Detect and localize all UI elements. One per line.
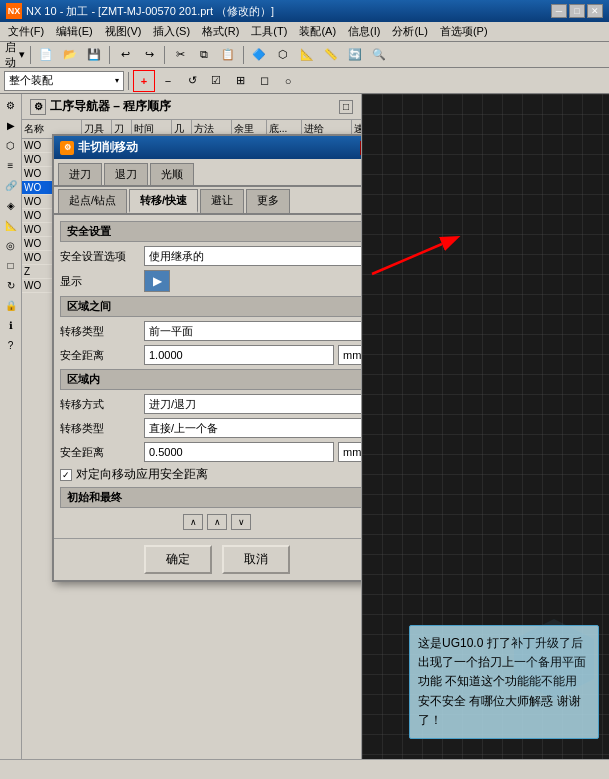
menu-preferences[interactable]: 首选项(P)	[434, 23, 494, 40]
ok-button[interactable]: 确定	[144, 545, 212, 574]
tb-minus[interactable]: −	[157, 70, 179, 92]
tb-plus[interactable]: +	[133, 70, 155, 92]
sidebar-icon-display[interactable]: □	[2, 256, 20, 274]
within-safe-dist-input[interactable]: 0.5000	[144, 442, 334, 462]
menu-insert[interactable]: 插入(S)	[147, 23, 196, 40]
sidebar-icon-layers[interactable]: ≡	[2, 156, 20, 174]
app-logo: NX	[6, 3, 22, 19]
tab-approach[interactable]: 进刀	[58, 163, 102, 185]
safety-options-select[interactable]: 使用继承的 ▾	[144, 246, 362, 266]
tb-copy[interactable]: ⧉	[193, 44, 215, 66]
between-safe-unit-value: mm	[343, 349, 361, 361]
tb-refresh[interactable]: ↺	[181, 70, 203, 92]
menu-format[interactable]: 格式(R)	[196, 23, 245, 40]
scroll-up-button[interactable]: ∧	[183, 514, 203, 530]
sidebar-icon-constraints[interactable]: 🔗	[2, 176, 20, 194]
scroll-up2-button[interactable]: ∧	[207, 514, 227, 530]
dialog-title: 非切削移动	[78, 139, 138, 156]
tab-transfer[interactable]: 转移/快速	[129, 189, 198, 213]
menu-view[interactable]: 视图(V)	[99, 23, 148, 40]
sidebar-icon-assembly[interactable]: ◈	[2, 196, 20, 214]
nav-gear-icon[interactable]: ⚙	[30, 99, 46, 115]
tb-check[interactable]: ☑	[205, 70, 227, 92]
display-row: 显示 ▶	[60, 270, 362, 292]
tb-rotate[interactable]: 🔄	[344, 44, 366, 66]
tab-avoidance[interactable]: 避让	[200, 189, 244, 213]
sidebar-icon-animate[interactable]: ◎	[2, 236, 20, 254]
section-within-title: 区域内	[67, 372, 100, 387]
section-initial-header[interactable]: 初始和最终 ∨	[60, 487, 362, 508]
sidebar-icon-measure[interactable]: 📐	[2, 216, 20, 234]
window-title: NX 10 - 加工 - [ZMT-MJ-00570 201.prt （修改的）…	[26, 4, 551, 19]
nav-close-icon[interactable]: □	[339, 100, 353, 114]
safe-dist-checkbox[interactable]: ✓	[60, 469, 72, 481]
start-label: 启动	[5, 40, 19, 70]
section-between-header[interactable]: 区域之间 ∧	[60, 296, 362, 317]
nav-panel: ⚙ 工序导航器 – 程序顺序 □ 名称 刀具 刀 时间 几 方法 余里 底...…	[22, 94, 362, 779]
dialog-footer: 确定 取消	[54, 538, 362, 580]
sidebar-icon-history[interactable]: ↻	[2, 276, 20, 294]
between-transfer-type-row: 转移类型 前一平面 ▾	[60, 321, 362, 341]
menu-analysis[interactable]: 分析(L)	[386, 23, 433, 40]
section-safety-header[interactable]: 安全设置 ∧	[60, 221, 362, 242]
section-within-header[interactable]: 区域内 ∧	[60, 369, 362, 390]
within-transfer-method-label: 转移方式	[60, 397, 140, 412]
menu-info[interactable]: 信息(I)	[342, 23, 386, 40]
close-window-button[interactable]: ✕	[587, 4, 603, 18]
within-safe-unit-value: mm	[343, 446, 361, 458]
sidebar-icon-ops[interactable]: ▶	[2, 116, 20, 134]
cancel-button[interactable]: 取消	[222, 545, 290, 574]
tab-more[interactable]: 更多	[246, 189, 290, 213]
title-bar: NX NX 10 - 加工 - [ZMT-MJ-00570 201.prt （修…	[0, 0, 609, 22]
tb-model[interactable]: ⬡	[272, 44, 294, 66]
menu-file[interactable]: 文件(F)	[2, 23, 50, 40]
tb-undo[interactable]: ↩	[114, 44, 136, 66]
between-safe-dist-value: 1.0000	[149, 349, 183, 361]
start-dropdown[interactable]: 启动▾	[4, 44, 26, 66]
sidebar-icon-lock[interactable]: 🔒	[2, 296, 20, 314]
menu-assembly[interactable]: 装配(A)	[293, 23, 342, 40]
menu-edit[interactable]: 编辑(E)	[50, 23, 99, 40]
tab-startpoint[interactable]: 起点/钻点	[58, 189, 127, 213]
minimize-button[interactable]: ─	[551, 4, 567, 18]
sidebar-icon-info[interactable]: ℹ	[2, 316, 20, 334]
tb-cut[interactable]: ✂	[169, 44, 191, 66]
menu-tools[interactable]: 工具(T)	[245, 23, 293, 40]
tb-zoom[interactable]: 🔍	[368, 44, 390, 66]
within-safe-dist-row: 安全距离 0.5000 mm ▾	[60, 442, 362, 462]
between-transfer-type-select[interactable]: 前一平面 ▾	[144, 321, 362, 341]
between-safe-dist-input[interactable]: 1.0000	[144, 345, 334, 365]
within-transfer-type-label: 转移类型	[60, 421, 140, 436]
sidebar-icon-parts[interactable]: ⬡	[2, 136, 20, 154]
within-transfer-method-select[interactable]: 进刀/退刀 ▾	[144, 394, 362, 414]
tb-grid[interactable]: ⊞	[229, 70, 251, 92]
assembly-dropdown[interactable]: 整个装配 ▾	[4, 71, 124, 91]
tab-retract[interactable]: 退刀	[104, 163, 148, 185]
sidebar-icon-help[interactable]: ?	[2, 336, 20, 354]
toolbar-1: 启动▾ 📄 📂 💾 ↩ ↪ ✂ ⧉ 📋 🔷 ⬡ 📐 📏 🔄 🔍	[0, 42, 609, 68]
window-controls: ─ □ ✕	[551, 4, 603, 18]
noncutting-dialog: ⚙ 非切削移动 ✕ 进刀 退刀 光顺 起点/钻点 转移/快速 避让 更多 安全设…	[52, 134, 362, 582]
within-safe-dist-unit[interactable]: mm ▾	[338, 442, 362, 462]
tb-measure[interactable]: 📏	[320, 44, 342, 66]
tb-cube[interactable]: ◻	[253, 70, 275, 92]
within-transfer-method-value: 进刀/退刀	[149, 397, 196, 412]
tb-save[interactable]: 💾	[83, 44, 105, 66]
tb-redo[interactable]: ↪	[138, 44, 160, 66]
tb-layer[interactable]: 📐	[296, 44, 318, 66]
sidebar-icon-settings[interactable]: ⚙	[2, 96, 20, 114]
toolbar-separator-2	[109, 46, 110, 64]
scroll-down-button[interactable]: ∨	[231, 514, 251, 530]
within-transfer-type-select[interactable]: 直接/上一个备 ▾	[144, 418, 362, 438]
tab-smooth[interactable]: 光顺	[150, 163, 194, 185]
tb-3d[interactable]: 🔷	[248, 44, 270, 66]
tb-paste[interactable]: 📋	[217, 44, 239, 66]
display-button[interactable]: ▶	[144, 270, 170, 292]
tb-sphere[interactable]: ○	[277, 70, 299, 92]
between-safe-dist-unit[interactable]: mm ▾	[338, 345, 362, 365]
canvas-area: 这是UG10.0 打了补丁升级了后 出现了一个抬刀上一个备用平面功能 不知道这个…	[362, 94, 609, 779]
safe-dist-checkbox-row: ✓ 对定向移动应用安全距离	[60, 466, 362, 483]
tb-new[interactable]: 📄	[35, 44, 57, 66]
maximize-button[interactable]: □	[569, 4, 585, 18]
tb-open[interactable]: 📂	[59, 44, 81, 66]
